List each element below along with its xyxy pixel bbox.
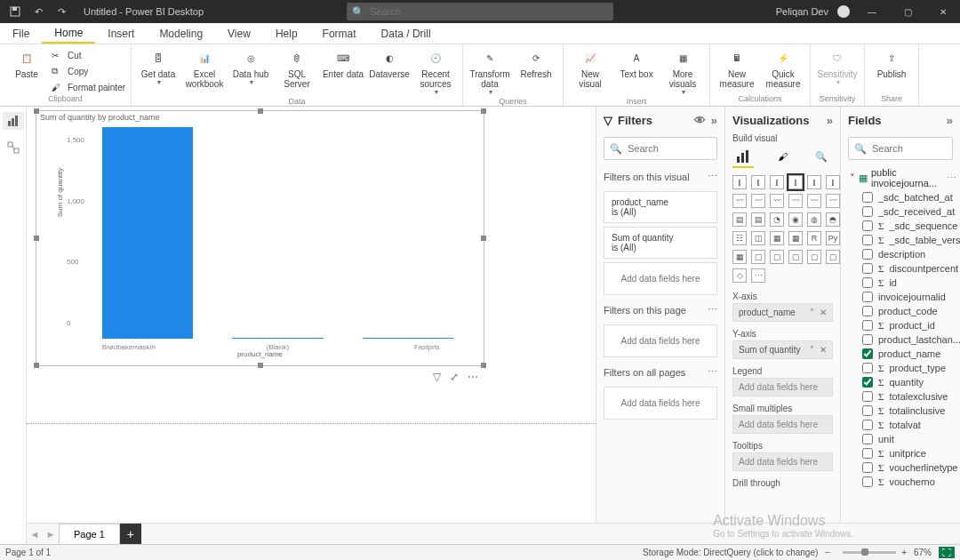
small-multiples-well[interactable]: Add data fields here <box>732 415 833 434</box>
field-row[interactable]: invoicejournalid <box>841 290 960 304</box>
add-page-button[interactable]: + <box>120 524 141 545</box>
tab-format[interactable]: Format <box>310 23 369 44</box>
field-row[interactable]: product_lastchan... <box>841 332 960 347</box>
viz-type[interactable]: ◫ <box>751 231 765 245</box>
tab-view[interactable]: View <box>215 23 263 44</box>
field-row[interactable]: Σvoucherlinetype <box>841 460 960 475</box>
publish-button[interactable]: ⇧Publish <box>870 46 913 79</box>
field-row[interactable]: _sdc_received_at <box>841 204 960 219</box>
field-row[interactable]: Σdiscountpercent <box>841 261 960 276</box>
viz-type[interactable]: 〰 <box>751 194 765 208</box>
excel-button[interactable]: 📊Excel workbook <box>183 46 226 89</box>
viz-type[interactable]: ⫿ <box>770 175 784 189</box>
viz-type[interactable]: ▢ <box>770 250 784 264</box>
field-checkbox[interactable] <box>862 377 873 388</box>
fields-search[interactable]: 🔍 <box>848 137 953 160</box>
field-row[interactable]: Σtotalvat <box>841 418 960 432</box>
save-icon[interactable] <box>7 4 23 20</box>
viz-type[interactable]: 〰 <box>770 194 784 208</box>
resize-handle[interactable] <box>481 363 486 368</box>
bar[interactable] <box>102 127 193 339</box>
minimize-button[interactable]: — <box>859 0 885 23</box>
field-checkbox[interactable] <box>862 420 873 430</box>
field-row[interactable]: Σtotalexclusive <box>841 389 960 404</box>
field-checkbox[interactable] <box>862 476 873 487</box>
x-axis-well[interactable]: product_name˅✕ <box>732 303 833 322</box>
remove-icon[interactable]: ✕ <box>820 308 827 317</box>
viz-type[interactable]: ▢ <box>751 250 765 264</box>
viz-type[interactable]: ▤ <box>732 212 747 227</box>
build-tab[interactable] <box>732 147 754 168</box>
storage-mode[interactable]: Storage Mode: DirectQuery (click to chan… <box>643 548 818 557</box>
viz-type[interactable]: ☷ <box>732 231 747 245</box>
resize-handle[interactable] <box>34 108 39 114</box>
analytics-tab[interactable]: 🔍 <box>811 147 832 168</box>
field-checkbox[interactable] <box>862 448 873 459</box>
filter-card[interactable]: Sum of quantity is (All) <box>604 227 717 259</box>
viz-type[interactable]: ▤ <box>751 212 765 227</box>
chevron-down-icon[interactable]: ˅ <box>810 345 814 355</box>
refresh-button[interactable]: ⟳Refresh <box>515 46 557 79</box>
viz-type[interactable]: R <box>807 231 821 245</box>
viz-type[interactable]: 〰 <box>826 194 840 208</box>
transform-data-button[interactable]: ✎Transform data <box>468 46 511 97</box>
prev-page-button[interactable]: ◄ <box>27 529 43 540</box>
field-checkbox[interactable] <box>862 192 873 203</box>
bar[interactable] <box>232 338 323 339</box>
viz-type[interactable]: ▦ <box>732 250 747 264</box>
recent-sources-button[interactable]: 🕘Recent sources <box>414 46 457 97</box>
filter-drop-all[interactable]: Add data fields here <box>604 387 717 420</box>
user-name[interactable]: Peliqan Dev <box>776 6 828 17</box>
more-icon[interactable]: ⋯ <box>708 171 717 182</box>
field-checkbox[interactable] <box>862 334 873 345</box>
viz-type[interactable]: ⋯ <box>751 268 765 283</box>
tab-file[interactable]: File <box>0 23 42 44</box>
focus-mode-icon[interactable]: ⤢ <box>450 371 459 383</box>
viz-type[interactable]: ⫿ <box>788 175 803 189</box>
enter-data-button[interactable]: ⌨Enter data <box>322 46 364 79</box>
page-tab[interactable]: Page 1 <box>59 524 120 544</box>
collapse-icon[interactable]: » <box>827 114 833 127</box>
field-row[interactable]: Σunitprice <box>841 446 960 460</box>
eye-icon[interactable]: 👁 <box>694 114 706 127</box>
zoom-in-button[interactable]: + <box>901 548 907 557</box>
quick-measure-button[interactable]: ⚡Quick measure <box>762 46 804 89</box>
report-view-button[interactable] <box>3 112 24 130</box>
new-visual-button[interactable]: 📈New visual <box>569 46 612 89</box>
viz-type[interactable]: ◍ <box>807 212 821 227</box>
field-row[interactable]: Σ_sdc_table_version <box>841 233 960 247</box>
close-button[interactable]: ✕ <box>930 0 956 23</box>
avatar[interactable] <box>837 5 850 18</box>
field-row[interactable]: Σid <box>841 276 960 290</box>
filters-search[interactable]: 🔍 <box>604 137 717 160</box>
field-checkbox[interactable] <box>862 249 873 260</box>
more-icon[interactable]: ⋯ <box>947 172 956 184</box>
field-row[interactable]: Σquantity <box>841 375 960 389</box>
text-box-button[interactable]: AText box <box>615 46 658 79</box>
resize-handle[interactable] <box>258 363 263 368</box>
field-checkbox[interactable] <box>862 220 873 231</box>
viz-type[interactable]: ◓ <box>826 212 840 227</box>
resize-handle[interactable] <box>481 236 486 241</box>
tab-data-drill[interactable]: Data / Drill <box>369 23 444 44</box>
more-icon[interactable]: ⋯ <box>708 304 717 316</box>
y-axis-well[interactable]: Sum of quantity˅✕ <box>732 340 833 359</box>
field-checkbox[interactable] <box>862 320 873 331</box>
get-data-button[interactable]: 🗄Get data <box>137 46 180 87</box>
tab-modeling[interactable]: Modeling <box>147 23 215 44</box>
viz-type[interactable]: 〰 <box>788 194 803 208</box>
sql-button[interactable]: 🛢SQL Server <box>276 46 318 89</box>
tab-insert[interactable]: Insert <box>95 23 147 44</box>
field-row[interactable]: Σtotalinclusive <box>841 404 960 418</box>
viz-type[interactable]: ▢ <box>807 250 821 264</box>
next-page-button[interactable]: ► <box>43 529 59 540</box>
report-canvas[interactable]: Sum of quantity by product_name Sum of q… <box>27 107 596 544</box>
resize-handle[interactable] <box>34 363 39 368</box>
field-checkbox[interactable] <box>862 405 873 416</box>
viz-type[interactable]: ⫿ <box>732 175 747 189</box>
tab-help[interactable]: Help <box>263 23 310 44</box>
tab-home[interactable]: Home <box>42 23 95 44</box>
collapse-icon[interactable]: » <box>711 114 717 127</box>
redo-icon[interactable]: ↷ <box>53 4 69 20</box>
viz-type[interactable]: ⫿ <box>826 175 840 189</box>
